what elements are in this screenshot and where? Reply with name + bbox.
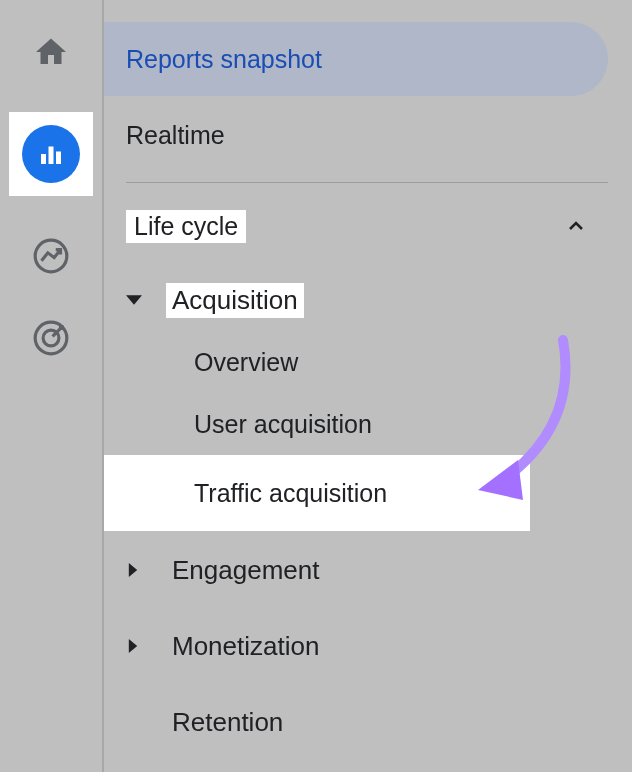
section-life-cycle[interactable]: Life cycle: [104, 201, 632, 251]
advertising-icon[interactable]: [29, 316, 73, 360]
group-engagement[interactable]: Engagement: [104, 539, 632, 601]
sub-label: Overview: [194, 348, 298, 377]
group-label: Engagement: [166, 553, 325, 588]
icon-rail: [0, 0, 104, 772]
sub-user-acquisition[interactable]: User acquisition: [104, 393, 632, 455]
group-retention[interactable]: Retention: [104, 691, 632, 753]
nav-panel: Reports snapshot Realtime Life cycle Acq…: [104, 0, 632, 772]
bar-chart-icon: [22, 125, 80, 183]
svg-rect-1: [49, 147, 54, 165]
section-label: Life cycle: [126, 210, 246, 243]
nav-label: Realtime: [126, 121, 225, 150]
nav-realtime[interactable]: Realtime: [104, 98, 608, 172]
sub-overview[interactable]: Overview: [104, 331, 632, 393]
group-label: Retention: [166, 705, 289, 740]
explore-icon[interactable]: [29, 234, 73, 278]
nav-reports-snapshot[interactable]: Reports snapshot: [104, 22, 608, 96]
group-label: Acquisition: [166, 283, 304, 318]
sub-label: User acquisition: [194, 410, 372, 439]
group-monetization[interactable]: Monetization: [104, 615, 632, 677]
reports-icon-selected[interactable]: [9, 112, 93, 196]
caret-right-icon: [126, 563, 166, 577]
svg-rect-2: [56, 152, 61, 165]
divider: [126, 182, 608, 183]
sub-traffic-acquisition[interactable]: Traffic acquisition: [104, 455, 530, 531]
sub-label: Traffic acquisition: [194, 479, 387, 508]
group-acquisition[interactable]: Acquisition: [104, 269, 632, 331]
group-label: Monetization: [166, 629, 325, 664]
nav-label: Reports snapshot: [126, 45, 322, 74]
chevron-up-icon: [564, 214, 588, 238]
caret-right-icon: [126, 639, 166, 653]
svg-rect-0: [41, 154, 46, 164]
home-icon[interactable]: [29, 30, 73, 74]
caret-down-icon: [126, 292, 166, 308]
